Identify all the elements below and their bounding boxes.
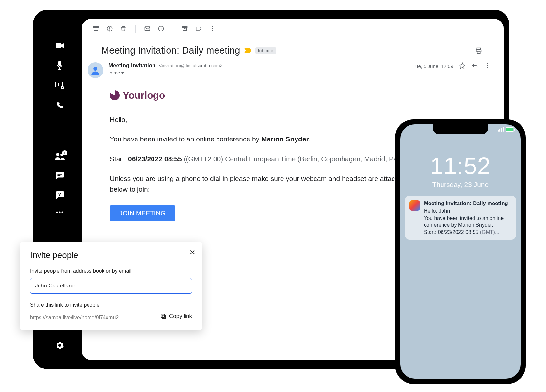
screen-share-icon[interactable]	[55, 82, 64, 90]
svg-point-22	[212, 30, 213, 31]
svg-point-12	[59, 212, 61, 213]
svg-rect-19	[183, 26, 187, 27]
svg-rect-1	[58, 61, 61, 66]
sender-email: <invitation@digitalsamba.com>	[159, 63, 223, 68]
sender-row: Meeting Invitation <invitation@digitalsa…	[82, 56, 504, 78]
invite-people-modal: ✕ Invite people Invite people from addre…	[20, 242, 202, 330]
label-icon[interactable]	[193, 24, 204, 34]
svg-rect-3	[58, 69, 61, 70]
svg-text:?: ?	[58, 192, 61, 197]
brand-logo: Yourlogo	[110, 88, 484, 103]
inbox-chip[interactable]: Inbox✕	[255, 47, 276, 54]
notification-line: Start: 06/23/2022 08:55 (GMT)...	[424, 229, 511, 236]
microphone-icon[interactable]	[56, 61, 63, 70]
invite-subtitle: Invite people from address book or by em…	[30, 268, 192, 274]
email-toolbar	[82, 19, 504, 39]
join-meeting-button[interactable]: JOIN MEETING	[110, 205, 175, 221]
close-icon[interactable]: ✕	[189, 248, 195, 257]
phone-status-bar	[498, 127, 514, 132]
invite-input[interactable]	[30, 278, 192, 294]
snooze-icon[interactable]	[156, 24, 166, 34]
reply-icon[interactable]	[472, 62, 478, 70]
notification-card[interactable]: Meeting Invitation: Daily meeting Hello,…	[405, 196, 516, 240]
help-icon[interactable]: ?	[56, 191, 64, 199]
notification-app-icon	[410, 200, 420, 211]
share-label: Share this link to invite people	[30, 302, 192, 308]
svg-point-26	[93, 67, 97, 71]
battery-icon	[506, 127, 514, 132]
participants-badge: 1	[62, 150, 67, 155]
phone-icon[interactable]	[56, 101, 64, 110]
more-icon[interactable]	[56, 211, 64, 214]
settings-icon[interactable]	[56, 341, 64, 350]
mark-unread-icon[interactable]	[142, 24, 153, 34]
delete-icon[interactable]	[118, 24, 129, 34]
email-header: Meeting Invitation: Daily meeting Inbox✕	[82, 39, 504, 56]
email-more-icon[interactable]	[484, 62, 490, 70]
svg-rect-0	[56, 43, 61, 48]
print-icon[interactable]	[474, 45, 484, 56]
copy-link-button[interactable]: Copy link	[160, 313, 192, 319]
phone-lockscreen: 11:52 Thursday, 23 June Meeting Invitati…	[400, 124, 521, 379]
svg-point-13	[62, 212, 63, 213]
phone-notch	[433, 124, 488, 134]
email-subject: Meeting Invitation: Daily meeting	[101, 45, 240, 56]
archive-icon[interactable]	[91, 24, 101, 34]
svg-point-29	[487, 67, 488, 68]
invite-title: Invite people	[30, 250, 192, 260]
email-date: Tue, 5 June, 12:09	[412, 63, 453, 69]
star-icon[interactable]	[459, 62, 466, 70]
lockscreen-time: 11:52	[400, 153, 521, 179]
svg-point-21	[212, 28, 213, 29]
notification-title: Meeting Invitation: Daily meeting	[424, 200, 511, 207]
svg-point-6	[56, 153, 59, 156]
lockscreen-date: Thursday, 23 June	[400, 181, 521, 188]
spam-icon[interactable]	[104, 24, 115, 34]
svg-rect-2	[59, 67, 60, 69]
svg-point-11	[56, 212, 58, 213]
important-marker-icon[interactable]	[244, 48, 251, 53]
share-link-text: https://samba.live/live/home/9i74xmu2	[30, 315, 119, 320]
logo-mark-icon	[110, 90, 120, 100]
phone-frame: 11:52 Thursday, 23 June Meeting Invitati…	[395, 119, 526, 384]
participants-icon[interactable]: 1	[55, 152, 65, 160]
notification-line: You have been invited to an online confe…	[424, 215, 511, 229]
logo-text: Yourlogo	[123, 88, 165, 103]
signal-icon	[498, 127, 504, 132]
sender-name: Meeting Invitation	[108, 62, 156, 69]
notification-line: Hello, John	[424, 207, 511, 215]
svg-point-20	[212, 26, 213, 27]
svg-rect-14	[94, 26, 99, 27]
svg-point-28	[487, 65, 488, 66]
svg-rect-9	[58, 175, 61, 176]
svg-point-27	[487, 63, 488, 64]
camera-icon[interactable]	[56, 42, 64, 49]
svg-rect-8	[58, 174, 62, 175]
svg-rect-31	[161, 314, 164, 317]
svg-point-16	[109, 30, 110, 30]
svg-rect-30	[162, 315, 166, 318]
recipient-line[interactable]: to me	[108, 70, 412, 75]
chat-icon[interactable]	[56, 172, 64, 180]
move-to-icon[interactable]	[180, 24, 190, 34]
avatar	[88, 62, 103, 78]
more-vert-icon[interactable]	[207, 24, 217, 34]
